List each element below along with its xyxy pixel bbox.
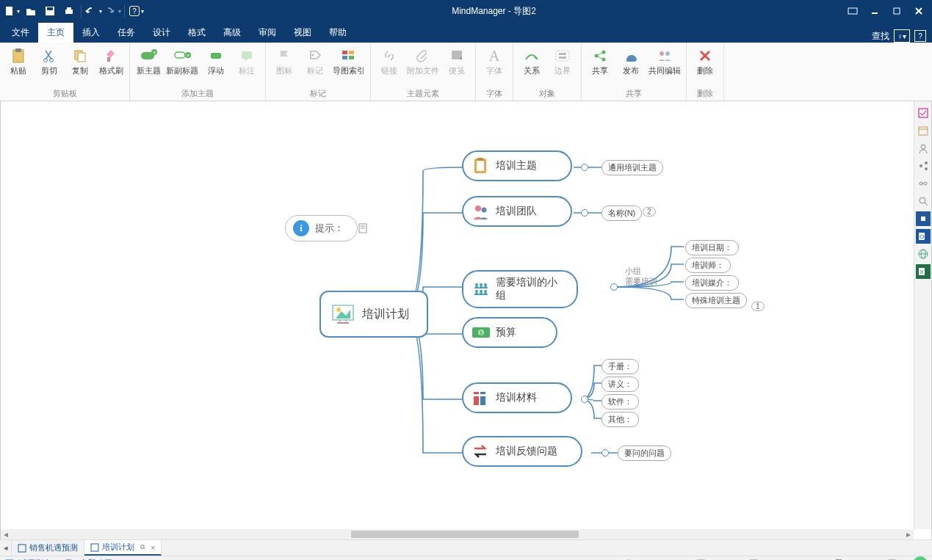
topic-budget[interactable]: $ 预算 [462, 317, 557, 348]
font-button[interactable]: A字体 [480, 46, 508, 75]
topic-feedback-questions[interactable]: 培训反馈问题 [462, 436, 582, 467]
delete-button[interactable]: 删除 [691, 46, 719, 75]
sub-software[interactable]: 软件： [602, 394, 639, 410]
expand-handle[interactable] [581, 396, 588, 403]
panel-excel-icon[interactable]: X [916, 264, 931, 279]
tab-home[interactable]: 主页 [38, 23, 73, 43]
open-icon[interactable] [22, 2, 40, 20]
minimize-icon[interactable] [864, 2, 885, 20]
scrollbar-thumb[interactable] [351, 531, 579, 538]
view-tag-icon[interactable] [729, 558, 743, 561]
sub-training-media[interactable]: 培训媒介： [685, 275, 739, 291]
redo-icon[interactable]: ▾ [104, 2, 121, 20]
sub-questions[interactable]: 要问的问题 [618, 446, 671, 461]
panel-share-icon[interactable] [916, 159, 931, 173]
topic-training-theme[interactable]: 培训主题 [462, 150, 572, 181]
doctab-sales[interactable]: 销售机遇预测 [12, 540, 84, 556]
cut-button[interactable]: 剪切 [35, 46, 63, 75]
tab-format[interactable]: 格式 [179, 23, 214, 43]
new-file-icon[interactable]: ▾ [3, 2, 21, 20]
copy-button[interactable]: 复制 [66, 46, 94, 75]
doctab-popout-icon[interactable]: ⧉ [140, 543, 145, 551]
panel-user-icon[interactable] [916, 141, 931, 156]
tab-tasks[interactable]: 任务 [109, 23, 144, 43]
view-map-icon[interactable] [641, 558, 654, 561]
sub-trainer[interactable]: 培训师： [685, 258, 731, 273]
new-topic-button[interactable]: +新主题 [134, 46, 162, 75]
panel-mytasks-icon[interactable] [916, 106, 931, 120]
help-icon[interactable]: ?▾ [128, 2, 145, 20]
close-icon[interactable] [908, 2, 929, 20]
map-index-button[interactable]: 导图索引 [332, 46, 366, 75]
topic-groups-needing-training[interactable]: 需要培训的小组 [462, 270, 578, 308]
fit-icon[interactable] [886, 558, 899, 561]
power-filter-icon[interactable]: ▾ [599, 558, 613, 561]
zoom-out-icon[interactable]: − [796, 558, 809, 561]
paste-button[interactable]: 粘贴 [4, 46, 32, 75]
h-scrollbar[interactable]: ◂ ▸ [1, 529, 914, 539]
sub-manual[interactable]: 手册： [602, 359, 639, 374]
search-label[interactable]: 查找 [872, 30, 889, 43]
coedit-button[interactable]: 共同编辑 [648, 46, 682, 75]
view-icon-icon[interactable] [712, 558, 725, 561]
tab-file[interactable]: 文件 [3, 23, 38, 43]
tab-advanced[interactable]: 高级 [214, 23, 250, 43]
icon-marker-button[interactable]: 图标 [270, 46, 298, 75]
sub-handout[interactable]: 讲义： [602, 377, 639, 392]
link-button[interactable]: 链接 [375, 46, 403, 75]
panel-related-icon[interactable] [916, 176, 931, 191]
central-topic[interactable]: 培训计划 [319, 291, 428, 338]
attach-button[interactable]: 附加文件 [406, 46, 440, 75]
panel-outlook-icon[interactable]: O [916, 229, 931, 244]
ribbon-help-icon[interactable]: ? [914, 30, 926, 42]
doctab-close-icon[interactable]: × [151, 543, 155, 552]
view-schedule-icon[interactable] [694, 558, 707, 561]
user-icon[interactable]: ♀▾ [894, 29, 910, 43]
taskinfo-icon[interactable]: ▾ [624, 558, 637, 561]
filter-icon[interactable]: ▾ [582, 558, 595, 561]
save-icon[interactable] [41, 2, 59, 20]
tab-insert[interactable]: 插入 [73, 23, 109, 43]
sub-other[interactable]: 其他： [602, 412, 639, 427]
callout-button[interactable]: 标注 [233, 46, 261, 75]
view-gantt-icon[interactable] [676, 558, 690, 561]
expand-handle[interactable] [602, 449, 609, 457]
publish-button[interactable]: 发布 [617, 46, 645, 75]
new-subtopic-button[interactable]: +新副标题 [165, 46, 199, 75]
tab-view[interactable]: 视图 [285, 23, 320, 43]
expand-handle[interactable] [581, 209, 588, 217]
badge-1[interactable]: 1 [751, 302, 765, 311]
topic-training-materials[interactable]: 培训材料 [462, 382, 572, 413]
panel-calendar-icon[interactable] [916, 123, 931, 138]
panel-browser-icon[interactable] [916, 247, 931, 261]
relation-button[interactable]: 关系 [518, 46, 546, 75]
tab-help[interactable]: 帮助 [320, 23, 355, 43]
boundary-button[interactable]: 边界 [549, 46, 577, 75]
format-painter-button[interactable]: 格式刷 [97, 46, 125, 75]
ribbon-toggle-icon[interactable] [842, 2, 863, 20]
badge-2[interactable]: 2 [643, 207, 656, 217]
panel-mindmanager-icon[interactable] [916, 211, 931, 226]
note-indicator-icon[interactable] [358, 223, 369, 233]
expand-handle[interactable] [581, 164, 588, 171]
notification-badge[interactable]: 37 [913, 556, 928, 561]
panel-search-icon[interactable] [916, 194, 931, 208]
zoom-in-icon[interactable]: + [868, 558, 881, 561]
float-button[interactable]: 浮动 [202, 46, 230, 75]
undo-icon[interactable]: ▾ [84, 2, 102, 20]
view-outline-icon[interactable] [659, 558, 672, 561]
mindmap-canvas[interactable]: i 提示： 培训计划 培训主题 通用培训主题 培训团队 名称(N) 2 需要培训… [1, 101, 914, 529]
note-button[interactable]: 便笺 [443, 46, 471, 75]
tab-design[interactable]: 设计 [144, 23, 179, 43]
maximize-icon[interactable] [886, 2, 907, 20]
sub-general-theme[interactable]: 通用培训主题 [602, 160, 663, 175]
hint-node[interactable]: i 提示： [285, 215, 358, 241]
print-icon[interactable] [60, 2, 78, 20]
sub-name[interactable]: 名称(N) [602, 206, 642, 221]
expand-handle[interactable] [610, 283, 618, 291]
view-linked-icon[interactable] [747, 558, 760, 561]
sub-training-date[interactable]: 培训日期： [685, 240, 739, 255]
doctab-training[interactable]: 培训计划 ⧉ × [84, 540, 162, 556]
tag-button[interactable]: 标记 [301, 46, 329, 75]
topic-training-team[interactable]: 培训团队 [462, 196, 572, 227]
